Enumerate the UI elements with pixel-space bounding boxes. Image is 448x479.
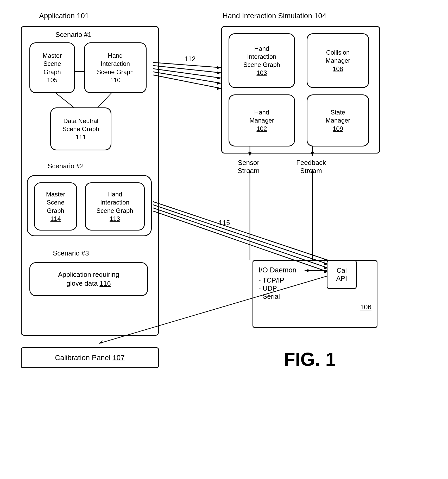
collision-manager-108: Collision Manager 108 [307, 33, 369, 88]
svg-line-12 [153, 205, 328, 264]
sensor-stream-label: Sensor Stream [233, 159, 264, 175]
svg-marker-25 [99, 340, 103, 343]
hand-manager-102: Hand Manager 102 [229, 94, 295, 146]
diagram-container: 112 115 [10, 10, 437, 468]
scenario1-label: Scenario #1 [55, 31, 92, 39]
scenario2-label: Scenario #2 [48, 162, 84, 170]
scenario2-box: Master Scene Graph 114 Hand Interaction … [27, 175, 152, 236]
svg-marker-9 [217, 87, 221, 90]
hand-interaction-scene-graph-110: Hand Interaction Scene Graph 110 [84, 42, 147, 93]
io-daemon-box: I/O Daemon - TCP/IP - UDP - Serial 106 [253, 260, 377, 328]
svg-marker-8 [217, 82, 221, 85]
svg-line-3 [153, 72, 221, 83]
application-box: Scenario #1 Master Scene Graph 105 Hand … [21, 26, 159, 336]
svg-line-11 [153, 202, 328, 260]
hand-interaction-scene-graph-103: Hand Interaction Scene Graph 103 [229, 33, 295, 88]
svg-text:115: 115 [219, 219, 230, 227]
data-neutral-scene-graph-111: Data Neutral Scene Graph 111 [50, 107, 111, 150]
hand-interaction-scene-graph-113: Hand Interaction Scene Graph 113 [85, 182, 145, 231]
app-requiring-glove-116: Application requiring glove data 116 [29, 262, 148, 296]
svg-line-2 [153, 69, 221, 78]
feedback-stream-label: Feedback Stream [295, 159, 327, 175]
master-scene-graph-105: Master Scene Graph 105 [29, 42, 75, 93]
svg-marker-6 [217, 72, 221, 74]
hand-interaction-sim-box: Hand Interaction Scene Graph 103 Collisi… [221, 26, 380, 154]
app-label: Application 101 [39, 12, 89, 20]
svg-line-4 [153, 75, 221, 88]
fig-label: FIG. 1 [284, 349, 336, 370]
calibration-panel-107: Calibration Panel 107 [21, 347, 159, 368]
svg-line-1 [153, 66, 221, 73]
state-manager-109: State Manager 109 [307, 94, 369, 146]
scenario3-label: Scenario #3 [53, 249, 89, 257]
svg-line-13 [153, 208, 328, 268]
cal-api-box: CalAPI [327, 260, 357, 289]
master-scene-graph-114: Master Scene Graph 114 [34, 182, 77, 231]
svg-marker-7 [217, 77, 221, 79]
his-label: Hand Interaction Simulation 104 [223, 12, 326, 20]
svg-marker-5 [217, 66, 221, 69]
svg-line-0 [153, 62, 221, 68]
svg-text:112: 112 [184, 55, 195, 63]
